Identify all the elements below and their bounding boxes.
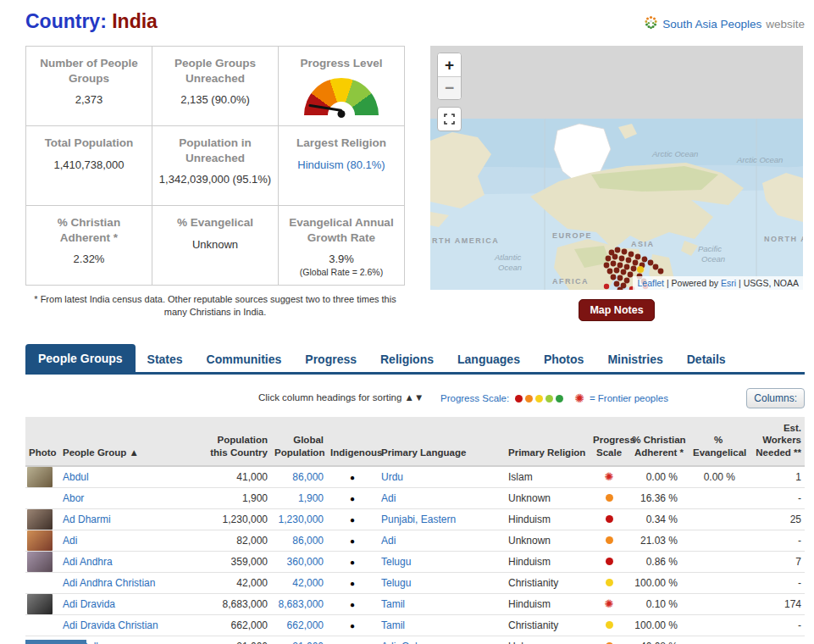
global-population-link[interactable]: 1,230,000 — [279, 514, 324, 525]
photo-cell — [25, 509, 59, 530]
zoom-in-button[interactable]: + — [438, 53, 461, 76]
population-this-country: 359,000 — [205, 552, 271, 573]
people-group-photo[interactable] — [27, 467, 53, 487]
global-population-link[interactable]: 8,683,000 — [279, 598, 324, 610]
tab-religions[interactable]: Religions — [368, 346, 446, 372]
header-est-workers[interactable]: Est. Workers Needed ** — [747, 417, 805, 466]
stat-evangelical: % Evangelical Unknown — [152, 206, 279, 286]
primary-language-link[interactable]: Telugu — [381, 556, 411, 568]
header-progress-scale[interactable]: Progress Scale — [590, 417, 628, 466]
frontier-sun-icon: ✺ — [574, 392, 584, 404]
people-group-link[interactable]: Adi Andhra Christian — [63, 577, 155, 589]
header-primary-religion[interactable]: Primary Religion — [505, 417, 590, 466]
primary-language-link[interactable]: Adi — [381, 492, 396, 504]
evangelical-pct — [689, 594, 747, 615]
south-asia-peoples-link[interactable]: South Asia Peoples — [662, 18, 761, 31]
global-population-link[interactable]: 662,000 — [287, 619, 324, 631]
photo-cell — [25, 573, 59, 594]
people-group-link[interactable]: Adi Dravida — [63, 598, 115, 610]
primary-language-link[interactable]: Tamil — [381, 598, 405, 610]
christian-adherent-pct: 100.00 % — [628, 615, 689, 636]
fullscreen-button[interactable] — [437, 107, 462, 131]
map-label-pacific-1: Pacific — [698, 244, 722, 253]
workers-needed: 7 — [747, 552, 805, 573]
tab-communities[interactable]: Communities — [195, 346, 294, 372]
leaflet-link[interactable]: Leaflet — [637, 278, 664, 288]
primary-language-link[interactable]: Urdu — [381, 471, 403, 483]
stat-progress-level: Progress Level — [279, 47, 405, 126]
stat-value: 3.9% — [284, 253, 399, 265]
progress-scale-mark — [606, 536, 613, 544]
global-population-link[interactable]: 42,000 — [292, 577, 324, 589]
people-group-photo[interactable] — [27, 552, 53, 572]
columns-button[interactable]: Columns: — [746, 388, 805, 408]
primary-language-link[interactable]: Adi — [381, 535, 396, 547]
table-row: Abor 1,900 1,900 ● Adi Unknown 16.36 % - — [25, 488, 805, 509]
people-group-link[interactable]: Adi Dravida Christian — [63, 619, 158, 631]
table-header-row: Photo People Group ▲ Population this Cou… — [25, 417, 805, 466]
people-group-link[interactable]: Abdul — [63, 471, 89, 483]
header-people-group[interactable]: People Group ▲ — [59, 417, 205, 466]
christian-adherent-pct: 0.34 % — [628, 509, 689, 530]
workers-needed: 1 — [747, 466, 805, 488]
evangelical-pct: 0.00 % — [689, 466, 747, 488]
table-row: Adi Dravida Christian 662,000 662,000 ● … — [25, 615, 805, 636]
people-group-link[interactable]: Ad Dharmi — [63, 514, 111, 525]
stat-label: % Christian Adherent * — [31, 215, 147, 245]
global-population-link[interactable]: 21,000 — [292, 641, 324, 644]
header-global-population[interactable]: Global Population — [271, 417, 327, 466]
primary-language-link[interactable]: Tamil — [381, 619, 405, 631]
page: Country: India South Asia Peoples websit… — [0, 0, 814, 644]
progress-scale-dots — [515, 395, 563, 402]
largest-religion-link[interactable]: Hinduism (80.1%) — [284, 158, 399, 171]
evangelical-pct — [689, 552, 747, 573]
people-group-link[interactable]: Abor — [63, 492, 84, 504]
tab-ministries[interactable]: Ministries — [595, 346, 674, 372]
people-group-photo[interactable] — [27, 509, 53, 530]
header-photo[interactable]: Photo — [25, 417, 59, 466]
primary-religion: Hinduism — [505, 594, 590, 615]
site-link-wrap: South Asia Peoples website — [644, 15, 805, 32]
header-population-this-country[interactable]: Population this Country — [205, 417, 271, 466]
global-population-link[interactable]: 360,000 — [287, 556, 324, 568]
workers-needed: 174 — [747, 594, 805, 615]
esri-link[interactable]: Esri — [721, 278, 736, 288]
evangelical-pct — [689, 636, 747, 644]
stat-value: 2.32% — [31, 253, 147, 265]
people-group-link[interactable]: Adi — [63, 535, 77, 547]
stat-label: Evangelical Annual Growth Rate — [284, 215, 399, 245]
table-row: Adi Andhra Christian 42,000 42,000 ● Tel… — [25, 573, 805, 594]
header-primary-language[interactable]: Primary Language — [378, 417, 505, 466]
tab-people-groups[interactable]: People Groups — [25, 344, 136, 372]
header-indigenous[interactable]: Indigenous — [327, 417, 378, 466]
tab-details[interactable]: Details — [675, 346, 738, 372]
attribution-source: USGS, NOAA — [744, 278, 799, 288]
header-christian-adherent[interactable]: % Christian Adherent * — [628, 417, 689, 466]
tab-states[interactable]: States — [136, 346, 195, 372]
attribution-separator: | — [739, 278, 741, 288]
global-population-link[interactable]: 86,000 — [292, 535, 324, 547]
table-row: Adi Dravida 8,683,000 8,683,000 ● Tamil … — [25, 594, 805, 615]
map-label-atlantic-1: Atlantic — [494, 253, 521, 262]
primary-language-link[interactable]: Punjabi, Eastern — [381, 514, 456, 525]
christian-adherent-pct: 21.03 % — [628, 530, 689, 552]
zoom-out-button[interactable]: − — [438, 76, 461, 99]
tab-languages[interactable]: Languages — [446, 346, 532, 372]
workers-needed: - — [747, 530, 805, 552]
primary-language-link[interactable]: Telugu — [381, 577, 411, 589]
primary-language-link[interactable]: Adi, Galo — [381, 641, 423, 644]
world-map[interactable]: Arctic Ocean Arctic Ocean RTH AMERICA NO… — [430, 46, 803, 290]
tab-photos[interactable]: Photos — [532, 346, 595, 372]
people-group-link[interactable]: Adi Andhra — [63, 556, 113, 568]
global-population-link[interactable]: 86,000 — [292, 471, 324, 483]
stat-subvalue: (Global Rate = 2.6%) — [284, 267, 399, 277]
stat-label: % Evangelical — [158, 215, 273, 230]
evangelical-pct — [689, 615, 747, 636]
people-group-photo[interactable] — [27, 530, 53, 551]
tab-progress[interactable]: Progress — [293, 346, 368, 372]
tab-bar: People Groups States Communities Progres… — [25, 344, 805, 375]
people-group-photo[interactable] — [27, 594, 53, 614]
global-population-link[interactable]: 1,900 — [298, 492, 324, 504]
map-notes-button[interactable]: Map Notes — [579, 299, 654, 321]
header-evangelical[interactable]: % Evangelical — [689, 417, 747, 466]
